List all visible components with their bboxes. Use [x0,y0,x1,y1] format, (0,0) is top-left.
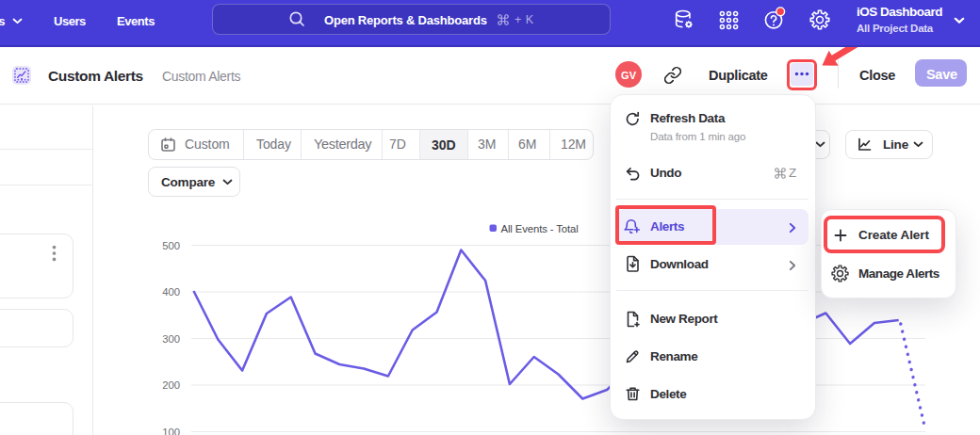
svg-text:100: 100 [162,427,180,435]
svg-text:400: 400 [162,286,180,298]
svg-text:300: 300 [162,333,180,345]
svg-text:200: 200 [162,379,180,391]
svg-text:500: 500 [162,240,180,251]
svg-text:All Events - Total: All Events - Total [501,223,579,234]
